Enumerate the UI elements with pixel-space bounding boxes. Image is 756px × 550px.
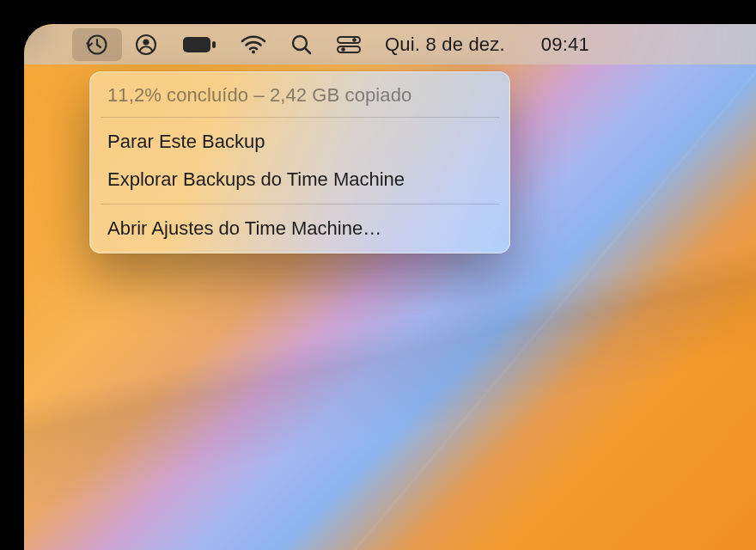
control-center-menubar-icon[interactable] — [325, 28, 373, 61]
battery-full-icon — [182, 36, 216, 53]
stop-backup-menu-item[interactable]: Parar Este Backup — [90, 123, 509, 161]
device-frame: Qui. 8 de dez. 09:41 11,2% concluído – 2… — [0, 0, 756, 550]
svg-rect-8 — [338, 37, 360, 43]
svg-point-2 — [143, 39, 149, 45]
backup-status-text: 11,2% concluído – 2,42 GB copiado — [90, 72, 509, 117]
browse-backups-menu-item[interactable]: Explorar Backups do Time Machine — [90, 161, 509, 199]
user-account-menubar-icon[interactable] — [122, 28, 170, 61]
wifi-icon — [241, 34, 266, 55]
svg-rect-3 — [183, 37, 210, 52]
user-icon — [134, 33, 158, 57]
open-time-machine-settings-menu-item[interactable]: Abrir Ajustes do Time Machine… — [90, 210, 509, 248]
time-machine-icon — [84, 32, 110, 58]
search-icon — [290, 34, 313, 56]
svg-point-5 — [252, 50, 255, 53]
desktop-screen: Qui. 8 de dez. 09:41 11,2% concluído – 2… — [24, 24, 756, 550]
menu-bar: Qui. 8 de dez. 09:41 — [24, 24, 756, 64]
menubar-date[interactable]: Qui. 8 de dez. — [373, 28, 517, 61]
control-center-icon — [337, 35, 361, 54]
time-machine-dropdown-menu: 11,2% concluído – 2,42 GB copiado Parar … — [89, 71, 510, 254]
wifi-menubar-icon[interactable] — [229, 28, 278, 61]
svg-point-11 — [341, 47, 345, 52]
time-machine-menubar-icon[interactable] — [72, 28, 122, 61]
svg-rect-10 — [338, 46, 360, 52]
spotlight-menubar-icon[interactable] — [278, 28, 325, 61]
battery-menubar-icon[interactable] — [170, 28, 229, 61]
svg-point-9 — [352, 38, 357, 42]
menubar-time[interactable]: 09:41 — [529, 28, 601, 61]
svg-rect-4 — [212, 41, 216, 48]
svg-line-7 — [305, 48, 310, 53]
